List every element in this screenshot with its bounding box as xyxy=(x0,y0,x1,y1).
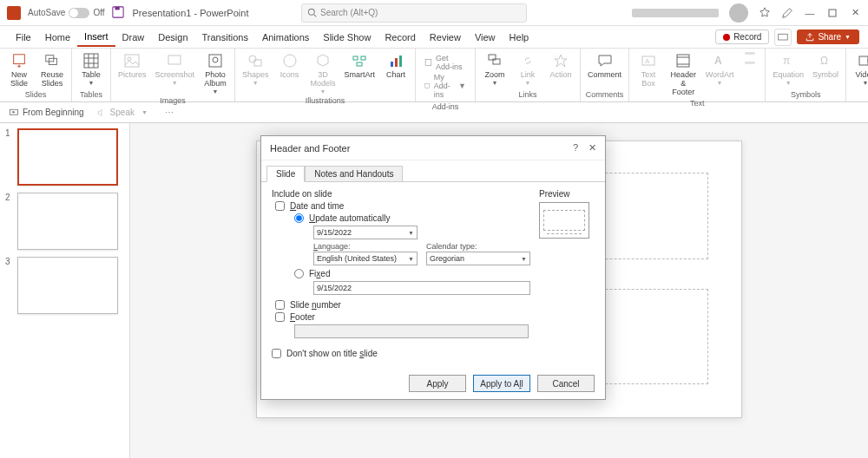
reuse-slides-button[interactable]: Reuse Slides xyxy=(36,50,68,90)
svg-rect-30 xyxy=(425,60,431,66)
symbol-button[interactable]: ΩSymbol xyxy=(809,50,842,82)
3d-models-button[interactable]: 3D Models▼ xyxy=(307,50,339,96)
tab-transitions[interactable]: Transitions xyxy=(195,29,255,46)
user-avatar[interactable] xyxy=(729,3,748,23)
link-button[interactable]: Link▼ xyxy=(512,50,543,88)
pencil-icon[interactable] xyxy=(781,7,793,19)
footer-input[interactable] xyxy=(294,324,529,338)
icons-button[interactable]: Icons xyxy=(274,50,306,82)
header-footer-button[interactable]: Header & Footer xyxy=(666,50,701,99)
dont-show-checkbox-row[interactable]: Don't show on title slide xyxy=(272,349,530,358)
close-button[interactable]: ✕ xyxy=(849,7,861,19)
svg-rect-28 xyxy=(395,58,398,67)
tab-review[interactable]: Review xyxy=(423,29,468,46)
datetime-checkbox-row[interactable]: Date and time xyxy=(275,201,530,211)
dialog-tab-notes[interactable]: Notes and Handouts xyxy=(305,166,403,182)
svg-rect-6 xyxy=(14,55,25,64)
tab-animations[interactable]: Animations xyxy=(255,29,316,46)
dialog-close-button[interactable]: ✕ xyxy=(589,142,596,154)
dialog-help-button[interactable]: ? xyxy=(573,142,578,154)
textbox-button[interactable]: AText Box xyxy=(633,50,664,90)
cancel-button[interactable]: Cancel xyxy=(537,375,595,392)
date-combo[interactable]: 9/15/2022▼ xyxy=(313,226,418,239)
wordart-button[interactable]: AWordArt▼ xyxy=(703,50,737,88)
language-combo[interactable]: English (United States)▼ xyxy=(313,252,418,265)
text-more-button[interactable] xyxy=(739,50,762,71)
fixed-radio[interactable] xyxy=(294,269,304,278)
group-tables: Table▼ Tables xyxy=(72,49,111,101)
slide-number-checkbox-row[interactable]: Slide number xyxy=(275,300,530,310)
footer-checkbox-row[interactable]: Footer xyxy=(275,312,530,322)
present-icon[interactable] xyxy=(774,29,792,46)
tab-home[interactable]: Home xyxy=(38,29,77,46)
record-button[interactable]: Record xyxy=(715,29,769,44)
fixed-date-input[interactable]: 9/15/2022 xyxy=(313,281,530,295)
equation-button[interactable]: πEquation▼ xyxy=(769,50,807,88)
screenshot-button[interactable]: Screenshot▼ xyxy=(152,50,199,88)
tab-slideshow[interactable]: Slide Show xyxy=(316,29,378,46)
pictures-button[interactable]: Pictures xyxy=(115,50,150,82)
calendar-combo[interactable]: Gregorian▼ xyxy=(426,252,530,265)
tab-design[interactable]: Design xyxy=(151,29,194,46)
tab-view[interactable]: View xyxy=(468,29,503,46)
video-button[interactable]: Video▼ xyxy=(850,50,868,88)
tab-file[interactable]: File xyxy=(9,29,38,46)
svg-rect-24 xyxy=(353,56,358,60)
dialog-tab-slide[interactable]: Slide xyxy=(266,166,305,182)
slide-thumb[interactable] xyxy=(17,257,118,314)
footer-checkbox[interactable] xyxy=(275,312,285,322)
play-icon xyxy=(9,108,19,118)
smartart-button[interactable]: SmartArt xyxy=(341,50,379,82)
autosave-state: Off xyxy=(93,8,104,17)
svg-text:Ω: Ω xyxy=(820,55,828,67)
group-symbols: πEquation▼ ΩSymbol Symbols xyxy=(766,49,846,101)
tab-help[interactable]: Help xyxy=(503,29,536,46)
search-box[interactable]: Search (Alt+Q) xyxy=(301,3,527,23)
autosave-toggle[interactable]: AutoSave Off xyxy=(28,8,105,18)
svg-rect-19 xyxy=(209,55,221,67)
slide-number-checkbox[interactable] xyxy=(275,300,285,310)
thumb-row-3[interactable]: 3 xyxy=(5,257,124,314)
shapes-button[interactable]: Shapes▼ xyxy=(239,50,273,88)
dialog-tabs: Slide Notes and Handouts xyxy=(261,160,605,182)
dialog-footer: Apply Apply to All Cancel xyxy=(261,368,605,399)
group-comments: Comment Comments xyxy=(581,49,629,101)
update-auto-radio-row[interactable]: Update automatically xyxy=(294,213,530,223)
tab-draw[interactable]: Draw xyxy=(115,29,152,46)
minimize-button[interactable]: — xyxy=(804,7,816,19)
comment-button[interactable]: Comment xyxy=(584,50,625,82)
datetime-checkbox[interactable] xyxy=(275,201,285,211)
dont-show-checkbox[interactable] xyxy=(272,349,281,358)
update-auto-radio[interactable] xyxy=(294,213,304,223)
share-button[interactable]: Share▼ xyxy=(797,29,859,44)
svg-rect-5 xyxy=(779,34,788,40)
photo-album-button[interactable]: Photo Album▼ xyxy=(200,50,231,96)
action-button[interactable]: Action xyxy=(545,50,576,82)
slide-thumb[interactable] xyxy=(17,193,118,250)
toggle-switch[interactable] xyxy=(69,8,89,18)
my-addins-button[interactable]: My Add-ins▼ xyxy=(424,73,466,99)
overflow-button[interactable]: ⋯ xyxy=(165,108,174,117)
tab-insert[interactable]: Insert xyxy=(77,28,115,47)
zoom-button[interactable]: Zoom▼ xyxy=(479,50,510,88)
svg-rect-29 xyxy=(399,56,402,67)
fixed-radio-row[interactable]: Fixed xyxy=(294,269,530,278)
chart-button[interactable]: Chart xyxy=(380,50,411,82)
slide-thumb[interactable] xyxy=(17,128,118,186)
apply-button[interactable]: Apply xyxy=(409,375,466,392)
maximize-button[interactable] xyxy=(826,7,838,19)
thumb-row-1[interactable]: 1 xyxy=(5,128,124,186)
tab-record[interactable]: Record xyxy=(378,29,422,46)
get-addins-button[interactable]: Get Add-ins xyxy=(424,54,466,71)
apply-all-button[interactable]: Apply to All xyxy=(473,375,530,392)
save-icon[interactable] xyxy=(112,6,126,20)
coming-soon-icon[interactable] xyxy=(759,7,771,19)
thumb-row-2[interactable]: 2 xyxy=(5,193,124,250)
svg-rect-18 xyxy=(168,56,181,64)
new-slide-button[interactable]: New Slide xyxy=(3,50,35,90)
dialog-title-text: Header and Footer xyxy=(270,143,350,154)
table-button[interactable]: Table▼ xyxy=(76,50,107,88)
user-name-placeholder xyxy=(632,9,719,17)
from-beginning-button[interactable]: From Beginning xyxy=(9,108,84,118)
speak-button[interactable]: Speak▼ xyxy=(96,108,148,118)
